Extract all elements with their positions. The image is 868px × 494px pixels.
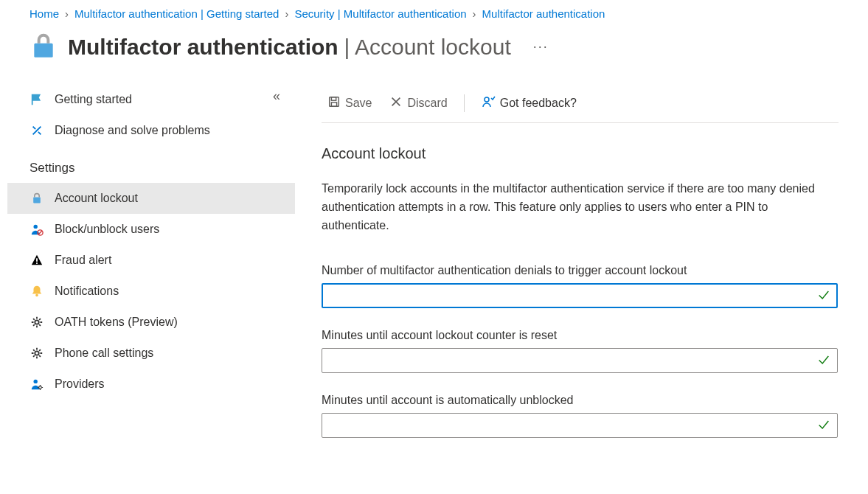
reset-minutes-input[interactable]	[322, 348, 838, 373]
breadcrumb-link[interactable]: Multifactor authentication | Getting sta…	[74, 7, 279, 20]
breadcrumb-link[interactable]: Multifactor authentication	[482, 7, 605, 20]
gear-icon	[29, 315, 44, 330]
feedback-icon	[481, 94, 496, 112]
denials-input[interactable]	[322, 283, 838, 308]
sidebar-item-block-unblock[interactable]: Block/unblock users	[7, 214, 295, 245]
more-options-button[interactable]: ···	[533, 39, 549, 55]
form-label: Minutes until account lockout counter is…	[322, 329, 839, 342]
svg-point-8	[35, 320, 38, 324]
chevron-right-icon: ›	[473, 7, 476, 20]
flag-icon	[29, 92, 44, 107]
svg-point-15	[485, 97, 489, 102]
sidebar-item-label: Providers	[55, 378, 105, 391]
feedback-label: Got feedback?	[500, 97, 577, 110]
svg-point-7	[35, 294, 38, 297]
sidebar-item-notifications[interactable]: Notifications	[7, 276, 295, 307]
collapse-sidebar-button[interactable]: «	[273, 88, 280, 104]
sidebar-item-label: OATH tokens (Preview)	[55, 316, 178, 329]
toolbar-separator	[464, 94, 465, 112]
sidebar-item-providers[interactable]: Providers	[7, 369, 295, 400]
form-label: Minutes until account is automatically u…	[322, 394, 839, 407]
lock-icon	[29, 32, 58, 62]
form-label: Number of multifactor authentication den…	[322, 264, 839, 277]
discard-label: Discard	[407, 97, 447, 110]
svg-rect-5	[36, 258, 38, 262]
svg-rect-13	[331, 97, 336, 101]
svg-point-11	[39, 386, 42, 389]
tools-icon	[29, 123, 44, 138]
check-icon	[817, 353, 830, 369]
page-subtitle-text: Account lockout	[355, 35, 511, 59]
sidebar-item-label: Phone call settings	[55, 347, 153, 360]
page-header: Multifactor authentication | Account loc…	[0, 27, 868, 84]
save-label: Save	[345, 97, 372, 110]
svg-point-2	[34, 225, 38, 229]
lock-icon	[29, 191, 44, 206]
toolbar: Save Discard Got feedback?	[322, 84, 839, 123]
sidebar-item-label: Fraud alert	[55, 254, 111, 267]
chevron-right-icon: ›	[65, 7, 69, 20]
svg-rect-6	[36, 262, 38, 264]
user-block-icon	[29, 222, 44, 237]
section-title: Account lockout	[322, 145, 839, 162]
breadcrumb-link[interactable]: Home	[29, 7, 59, 20]
gear-icon	[29, 346, 44, 361]
main-content: Save Discard Got feedback? Account locko…	[295, 84, 868, 481]
close-icon	[389, 95, 403, 111]
user-gear-icon	[29, 377, 44, 392]
sidebar-item-getting-started[interactable]: Getting started	[7, 84, 295, 115]
sidebar-item-diagnose[interactable]: Diagnose and solve problems	[7, 115, 295, 146]
svg-rect-1	[33, 197, 41, 203]
page-subtitle: |	[344, 35, 354, 59]
svg-rect-14	[331, 102, 336, 106]
sidebar-item-oath-tokens[interactable]: OATH tokens (Preview)	[7, 307, 295, 338]
sidebar-item-label: Notifications	[55, 285, 119, 298]
form-group-denials: Number of multifactor authentication den…	[322, 264, 839, 308]
warning-icon	[29, 253, 44, 268]
breadcrumb: Home › Multifactor authentication | Gett…	[0, 0, 868, 27]
sidebar-item-account-lockout[interactable]: Account lockout	[7, 183, 295, 214]
check-icon	[817, 418, 830, 434]
svg-point-9	[35, 351, 38, 355]
unblock-minutes-input[interactable]	[322, 413, 838, 438]
feedback-button[interactable]: Got feedback?	[475, 91, 583, 115]
save-button[interactable]: Save	[322, 92, 378, 114]
page-title: Multifactor authentication	[68, 35, 338, 59]
breadcrumb-link[interactable]: Security | Multifactor authentication	[294, 7, 466, 20]
bell-icon	[29, 284, 44, 299]
section-description: Temporarily lock accounts in the multifa…	[322, 180, 839, 234]
sidebar-item-label: Block/unblock users	[55, 223, 159, 236]
form-group-reset-minutes: Minutes until account lockout counter is…	[322, 329, 839, 373]
svg-rect-0	[34, 44, 52, 58]
chevron-right-icon: ›	[285, 7, 288, 20]
save-icon	[327, 95, 341, 111]
form-group-unblock-minutes: Minutes until account is automatically u…	[322, 394, 839, 438]
sidebar-item-label: Diagnose and solve problems	[55, 124, 210, 137]
sidebar-group-header: Settings	[7, 146, 295, 183]
sidebar-item-fraud-alert[interactable]: Fraud alert	[7, 245, 295, 276]
content-area: Account lockout Temporarily lock account…	[322, 123, 839, 481]
svg-rect-12	[330, 97, 339, 107]
sidebar-item-label: Getting started	[55, 93, 132, 106]
sidebar: « Getting started Diagnose and solve pro…	[0, 84, 295, 481]
page-title-wrap: Multifactor authentication | Account loc…	[68, 35, 511, 60]
check-icon	[817, 288, 830, 304]
svg-point-10	[34, 380, 38, 383]
sidebar-item-label: Account lockout	[55, 192, 138, 205]
discard-button[interactable]: Discard	[383, 92, 453, 114]
sidebar-item-phone-call[interactable]: Phone call settings	[7, 338, 295, 369]
